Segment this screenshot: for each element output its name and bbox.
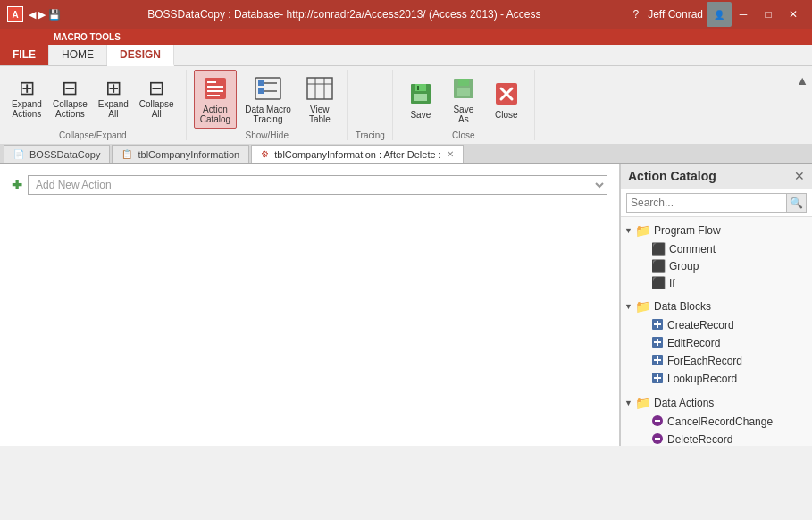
after-delete-tab-icon: ⚙: [261, 149, 269, 159]
lookup-record-item[interactable]: LookupRecord: [621, 370, 812, 388]
view-table-label: ViewTable: [309, 105, 331, 124]
action-catalog-btn[interactable]: ActionCatalog: [194, 70, 237, 129]
expand-actions-label: ExpandActions: [12, 99, 42, 119]
program-flow-header[interactable]: ▼ 📁 Program Flow: [621, 221, 812, 240]
close-group-label: Close: [452, 130, 475, 140]
svg-rect-15: [415, 84, 426, 91]
editor-panel: ✚ Add New Action: [0, 164, 620, 446]
minimize-btn[interactable]: ─: [732, 5, 755, 23]
program-flow-folder-icon: 📁: [635, 223, 650, 238]
delete-record-item[interactable]: DeleteRecord: [621, 431, 812, 446]
boss-data-copy-tab[interactable]: 📄 BOSSDataCopy: [4, 145, 110, 163]
collapse-expand-buttons: ⊞ ExpandActions ⊟ CollapseActions ⊞ Expa…: [7, 70, 179, 129]
save-as-btn[interactable]: SaveAs: [443, 70, 484, 129]
group-icon: ⬛: [651, 259, 666, 273]
user-avatar: 👤: [707, 2, 732, 27]
if-label: If: [669, 277, 675, 289]
create-record-label: CreateRecord: [667, 319, 734, 331]
svg-rect-6: [258, 80, 264, 86]
group-label: Group: [669, 260, 699, 273]
expand-all-label: ExpandAll: [98, 99, 129, 119]
svg-rect-4: [207, 95, 220, 96]
ribbon-group-show-hide: ActionCatalog Data MacroTracing: [187, 70, 348, 140]
svg-rect-1: [207, 81, 216, 83]
comment-label: Comment: [669, 243, 716, 256]
comment-icon: ⬛: [651, 242, 666, 256]
help-btn[interactable]: ?: [627, 6, 644, 22]
catalog-close-btn[interactable]: ✕: [794, 169, 805, 183]
add-action-row: ✚ Add New Action: [7, 171, 612, 199]
collapse-actions-btn[interactable]: ⊟ CollapseActions: [48, 77, 92, 122]
close-ribbon-btn[interactable]: Close: [486, 75, 527, 124]
tbl-after-delete-tab[interactable]: ⚙ tblCompanyInformation : After Delete :…: [251, 145, 463, 163]
boss-tab-label: BOSSDataCopy: [29, 149, 100, 160]
close-ribbon-icon: [492, 80, 521, 108]
catalog-tree: ▼ 📁 Program Flow ⬛ Comment ⬛ Group ⬛ If: [621, 217, 812, 446]
after-delete-tab-close[interactable]: ✕: [447, 149, 454, 159]
svg-rect-20: [457, 88, 470, 96]
edit-record-label: EditRecord: [667, 337, 720, 349]
catalog-search-input[interactable]: [626, 193, 787, 213]
add-action-select[interactable]: Add New Action: [28, 175, 607, 195]
expand-actions-icon: ⊞: [18, 80, 36, 97]
collapse-all-btn[interactable]: ⊟ CollapseAll: [135, 77, 179, 122]
edit-record-icon: [651, 336, 664, 350]
svg-rect-17: [417, 86, 419, 90]
after-delete-tab-label: tblCompanyInformation : After Delete :: [274, 149, 440, 160]
user-area: ? Jeff Conrad 👤: [627, 2, 732, 27]
lookup-record-label: LookupRecord: [667, 373, 737, 385]
data-blocks-collapse-icon: ▼: [624, 302, 633, 311]
cancel-record-change-item[interactable]: CancelRecordChange: [621, 413, 812, 431]
collapse-expand-group-label: Collapse/Expand: [59, 130, 127, 140]
data-macro-tracing-btn[interactable]: Data MacroTracing: [239, 70, 297, 129]
maximize-btn[interactable]: □: [757, 5, 780, 23]
catalog-title: Action Catalog: [628, 169, 716, 183]
ribbon-group-collapse-expand: ⊞ ExpandActions ⊟ CollapseActions ⊞ Expa…: [0, 70, 187, 140]
save-btn[interactable]: Save: [400, 75, 441, 124]
comment-item[interactable]: ⬛ Comment: [621, 240, 812, 257]
tab-design[interactable]: DESIGN: [107, 45, 174, 66]
group-item[interactable]: ⬛ Group: [621, 257, 812, 274]
search-btn[interactable]: 🔍: [787, 193, 807, 213]
user-name: Jeff Conrad: [648, 8, 703, 21]
ribbon: ⊞ ExpandActions ⊟ CollapseActions ⊞ Expa…: [0, 66, 812, 144]
expand-all-btn[interactable]: ⊞ ExpandAll: [94, 77, 133, 122]
ribbon-group-close: Save SaveAs: [393, 70, 535, 140]
create-record-icon: [651, 318, 664, 332]
if-item[interactable]: ⬛ If: [621, 274, 812, 291]
if-icon: ⬛: [651, 276, 666, 289]
tbl-company-info-tab[interactable]: 📋 tblCompanyInformation: [112, 145, 249, 163]
collapse-actions-label: CollapseActions: [53, 99, 88, 119]
for-each-record-item[interactable]: ForEachRecord: [621, 352, 812, 370]
data-macro-tracing-label: Data MacroTracing: [245, 105, 291, 124]
cancel-record-change-label: CancelRecordChange: [667, 415, 773, 428]
catalog-header: Action Catalog ✕: [621, 164, 812, 189]
program-flow-label: Program Flow: [654, 224, 721, 237]
data-blocks-header[interactable]: ▼ 📁 Data Blocks: [621, 297, 812, 316]
delete-record-icon: [651, 432, 664, 446]
data-actions-label: Data Actions: [654, 397, 714, 409]
app-close-btn[interactable]: ✕: [782, 5, 805, 23]
data-blocks-label: Data Blocks: [654, 300, 711, 313]
show-hide-group-label: Show/Hide: [246, 130, 289, 140]
title-bar-left: A ◀ ▶ 💾: [7, 6, 61, 22]
collapse-actions-icon: ⊟: [61, 80, 79, 97]
collapse-ribbon-btn[interactable]: ▲: [792, 70, 812, 140]
view-table-btn[interactable]: ViewTable: [299, 70, 340, 129]
create-record-item[interactable]: CreateRecord: [621, 316, 812, 334]
tab-file[interactable]: FILE: [0, 45, 49, 65]
save-as-label: SaveAs: [453, 105, 473, 124]
close-ribbon-label: Close: [495, 110, 518, 120]
svg-rect-16: [414, 94, 427, 101]
for-each-record-label: ForEachRecord: [667, 355, 742, 367]
tab-home[interactable]: HOME: [49, 45, 107, 65]
save-as-icon: [449, 74, 478, 103]
data-actions-collapse-icon: ▼: [624, 398, 633, 407]
tbl-tab-label: tblCompanyInformation: [138, 149, 239, 160]
data-actions-header[interactable]: ▼ 📁 Data Actions: [621, 393, 812, 413]
expand-actions-btn[interactable]: ⊞ ExpandActions: [7, 77, 46, 122]
catalog-search: 🔍: [621, 189, 812, 217]
edit-record-item[interactable]: EditRecord: [621, 334, 812, 352]
catalog-panel: Action Catalog ✕ 🔍 ▼ 📁 Program Flow ⬛ Co…: [620, 164, 812, 446]
save-label: Save: [410, 110, 431, 120]
